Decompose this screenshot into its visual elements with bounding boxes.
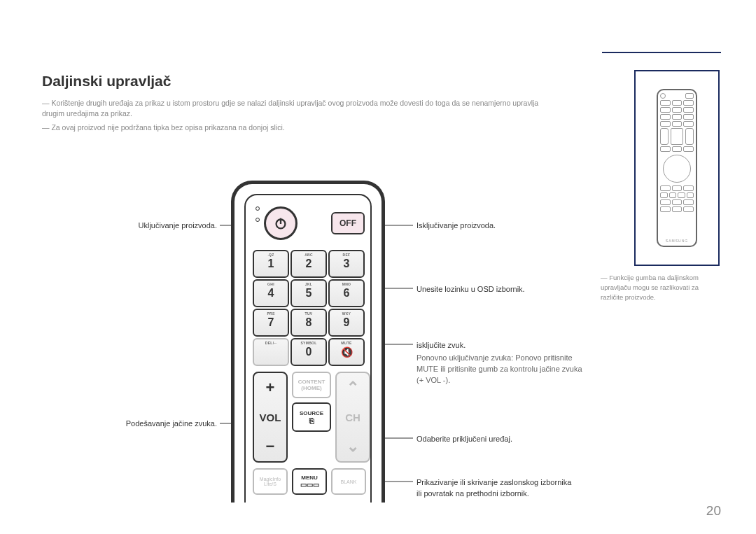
source-button[interactable]: SOURCE ⎘	[292, 402, 331, 432]
chevron-down-icon: ⌄	[346, 439, 359, 454]
callout-password: Unesite lozinku u OSD izbornik.	[416, 284, 525, 295]
brand-label: SAMSUNG	[666, 239, 688, 243]
menu-button[interactable]: MENU ▭▭▭	[292, 468, 327, 495]
callout-menu: Prikazivanje ili skrivanje zaslonskog iz…	[416, 477, 578, 500]
keypad-mute[interactable]: MUTE🔇	[328, 338, 365, 366]
page-number: 20	[706, 503, 721, 519]
blank-button[interactable]: BLANK	[331, 468, 366, 495]
keypad-6[interactable]: MNO6	[328, 279, 365, 307]
keypad-5[interactable]: JKL5	[290, 279, 327, 307]
top-rule	[602, 52, 721, 53]
callout-volume: Podešavanje jačine zvuka.	[112, 419, 217, 430]
content-home-button[interactable]: CONTENT (HOME)	[292, 372, 331, 398]
small-remote-frame: SAMSUNG	[634, 70, 720, 266]
channel-rocker[interactable]: ⌃ CH ⌄	[335, 372, 370, 463]
source-icon: ⎘	[309, 416, 314, 425]
off-button[interactable]: OFF	[331, 212, 365, 234]
magicinfo-button[interactable]: MagicInfo Lite/S	[253, 468, 288, 495]
keypad-8[interactable]: TUV8	[290, 309, 327, 337]
callout-mute: isključite zvuk.	[416, 340, 465, 351]
volume-rocker[interactable]: + VOL −	[253, 372, 288, 463]
note-1: Korištenje drugih uređaja za prikaz u is…	[42, 98, 560, 118]
ir-led-icon	[255, 218, 260, 222]
callout-source: Odaberite priključeni uređaj.	[416, 434, 512, 445]
keypad-4[interactable]: GHI4	[253, 279, 289, 307]
keypad-7[interactable]: PRS7	[253, 309, 289, 337]
side-note: Funkcije gumba na daljinskom upravljaču …	[601, 273, 720, 302]
keypad-0[interactable]: SYMBOL0	[290, 338, 327, 366]
remote-illustration: OFF .QZ1 ABC2 DEF3 GHI4 JKL5 MNO6 PRS7 T…	[231, 181, 385, 503]
power-button[interactable]	[264, 206, 298, 240]
ir-led-icon	[255, 206, 260, 211]
mute-icon: 🔇	[341, 346, 353, 358]
vol-label: VOL	[260, 412, 281, 423]
keypad-2[interactable]: ABC2	[290, 250, 327, 278]
small-remote-illustration: SAMSUNG	[657, 89, 697, 247]
keypad-1[interactable]: .QZ1	[253, 250, 289, 278]
power-icon	[273, 216, 288, 231]
callout-power-off: Isključivanje proizvoda.	[416, 220, 496, 232]
keypad-del[interactable]: DEL/--	[253, 338, 289, 366]
keypad-3[interactable]: DEF3	[328, 250, 365, 278]
minus-icon: −	[266, 439, 275, 454]
page-title: Daljinski upravljač	[42, 73, 171, 90]
plus-icon: +	[266, 380, 275, 395]
callout-mute-more: Ponovno uključivanje zvuka: Ponovo priti…	[416, 353, 584, 386]
keypad-9[interactable]: WXY9	[328, 309, 365, 337]
ch-label: CH	[345, 412, 360, 423]
chevron-up-icon: ⌃	[346, 380, 359, 395]
menu-icon: ▭▭▭	[300, 481, 319, 489]
callout-power-on: Uključivanje proizvoda.	[112, 220, 217, 232]
note-2: Za ovaj proizvod nije podržana tipka bez…	[42, 122, 285, 133]
